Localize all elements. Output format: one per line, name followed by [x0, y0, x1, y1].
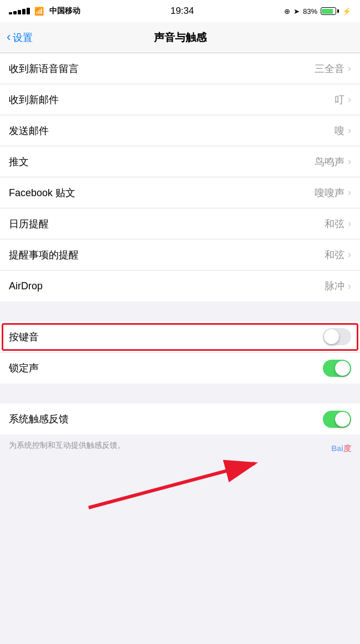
- row-value-airdrop: 脉冲: [325, 279, 344, 293]
- signal-icon: [9, 8, 30, 14]
- row-right-airdrop: 脉冲 ›: [325, 279, 351, 293]
- battery-percent: 83%: [303, 7, 317, 16]
- list-item[interactable]: 收到新语音留言 三全音 ›: [0, 53, 360, 84]
- haptics-toggle-row[interactable]: 系统触感反馈: [0, 403, 360, 435]
- arrow-annotation: [66, 458, 316, 527]
- chevron-right-icon: ›: [348, 280, 351, 292]
- status-left: 📶 中国移动: [9, 6, 80, 16]
- chevron-right-icon: ›: [348, 94, 351, 105]
- row-value-tweet: 鸟鸣声: [315, 155, 344, 168]
- toggle-thumb: [335, 412, 350, 427]
- status-bar: 📶 中国移动 19:34 ⊕ ➤ 83% ⚡: [0, 0, 360, 22]
- haptics-label: 系统触感反馈: [9, 412, 69, 426]
- lockSound-toggle[interactable]: [323, 360, 351, 377]
- row-value-email: 叮: [335, 93, 344, 106]
- toggle-thumb: [324, 329, 339, 344]
- keysound-label: 按键音: [9, 330, 39, 344]
- gps-arrow-icon: ➤: [294, 7, 300, 16]
- status-right: ⊕ ➤ 83% ⚡: [284, 7, 351, 16]
- wifi-icon: 📶: [34, 7, 44, 16]
- row-value-reminder: 和弦: [325, 248, 344, 262]
- row-right-reminder: 和弦 ›: [325, 248, 351, 262]
- chevron-right-icon: ›: [348, 187, 351, 198]
- keysound-row-wrapper: 按键音: [0, 321, 360, 352]
- haptics-section: 系统触感反馈: [0, 403, 360, 435]
- chevron-right-icon: ›: [348, 125, 351, 136]
- chevron-left-icon: ‹: [7, 31, 11, 43]
- haptics-toggle[interactable]: [323, 411, 351, 428]
- row-right-email: 叮 ›: [335, 93, 351, 106]
- list-item-airdrop[interactable]: AirDrop 脉冲 ›: [0, 270, 360, 301]
- row-right-voicemail: 三全音 ›: [315, 62, 351, 75]
- list-item[interactable]: 发送邮件 嗖 ›: [0, 115, 360, 146]
- row-value-calendar: 和弦: [325, 217, 344, 231]
- toggle-thumb: [335, 361, 350, 376]
- chevron-right-icon: ›: [348, 63, 351, 74]
- row-label-airdrop: AirDrop: [9, 280, 43, 292]
- chevron-right-icon: ›: [348, 156, 351, 167]
- row-value-facebook: 嗖嗖声: [315, 186, 344, 200]
- list-item[interactable]: 提醒事项的提醒 和弦 ›: [0, 239, 360, 270]
- row-right-sendemail: 嗖 ›: [335, 124, 351, 137]
- row-right-tweet: 鸟鸣声 ›: [315, 155, 351, 168]
- arrow-svg: [66, 458, 316, 524]
- row-label-reminder: 提醒事项的提醒: [9, 248, 79, 262]
- chevron-right-icon: ›: [348, 249, 351, 260]
- lockSound-label: 锁定声: [9, 361, 39, 375]
- keysound-toggle[interactable]: [323, 328, 351, 345]
- nav-header: ‹ 设置 声音与触感: [0, 22, 360, 53]
- keysound-toggle-row[interactable]: 按键音: [0, 321, 360, 352]
- chevron-right-icon: ›: [348, 218, 351, 229]
- carrier-label: 中国移动: [49, 6, 80, 16]
- lockSound-toggle-row[interactable]: 锁定声: [0, 352, 360, 384]
- row-label-calendar: 日历提醒: [9, 217, 49, 231]
- charging-icon: ⚡: [342, 7, 351, 16]
- footer-text: 为系统控制和互动提供触感反馈。: [9, 441, 125, 449]
- row-label-voicemail: 收到新语音留言: [9, 62, 79, 75]
- row-value-sendemail: 嗖: [335, 124, 344, 137]
- battery-indicator: [321, 7, 339, 15]
- row-right-calendar: 和弦 ›: [325, 217, 351, 231]
- section-divider-2: [0, 384, 360, 403]
- back-label: 设置: [13, 31, 33, 44]
- list-item[interactable]: Facebook 贴文 嗖嗖声 ›: [0, 177, 360, 208]
- svg-line-1: [89, 463, 255, 508]
- toggle-section: 按键音 锁定声: [0, 321, 360, 384]
- row-label-facebook: Facebook 贴文: [9, 186, 75, 200]
- page-title: 声音与触感: [154, 30, 207, 45]
- section-divider: [0, 301, 360, 321]
- row-label-sendemail: 发送邮件: [9, 124, 49, 137]
- sounds-section: 收到新语音留言 三全音 › 收到新邮件 叮 › 发送邮件 嗖 › 推文 鸟鸣声: [0, 53, 360, 301]
- row-label-email: 收到新邮件: [9, 93, 59, 106]
- location-icon: ⊕: [284, 7, 290, 16]
- row-label-tweet: 推文: [9, 155, 29, 168]
- list-item[interactable]: 推文 鸟鸣声 ›: [0, 146, 360, 177]
- footer-section: 为系统控制和互动提供触感反馈。: [0, 435, 360, 459]
- list-item[interactable]: 日历提醒 和弦 ›: [0, 208, 360, 239]
- status-time: 19:34: [171, 6, 194, 17]
- content-wrapper: 收到新语音留言 三全音 › 收到新邮件 叮 › 发送邮件 嗖 › 推文 鸟鸣声: [0, 53, 360, 459]
- row-value-voicemail: 三全音: [315, 62, 344, 75]
- list-item[interactable]: 收到新邮件 叮 ›: [0, 84, 360, 115]
- row-right-facebook: 嗖嗖声 ›: [315, 186, 351, 200]
- back-button[interactable]: ‹ 设置: [7, 31, 33, 44]
- baidu-watermark: Bai度: [331, 444, 351, 454]
